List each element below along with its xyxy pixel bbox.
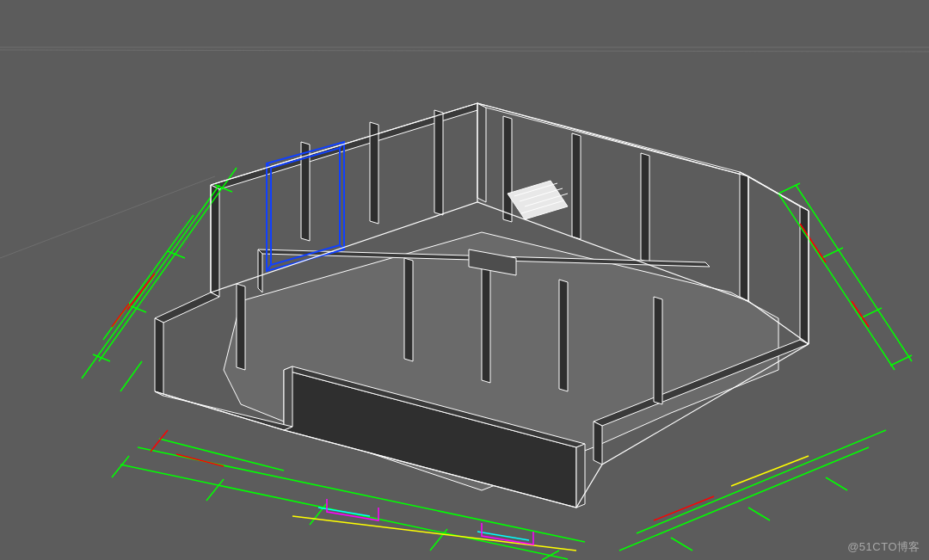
svg-marker-23 [503, 116, 512, 222]
svg-marker-17 [155, 292, 219, 323]
svg-marker-32 [237, 284, 245, 370]
svg-marker-28 [404, 258, 413, 361]
svg-line-1 [0, 50, 929, 52]
svg-marker-34 [508, 181, 568, 219]
scene-svg: .edge{stroke:#ffffff;stroke-width:1.2;fi… [0, 0, 929, 560]
svg-marker-29 [482, 267, 490, 383]
svg-line-68 [619, 447, 869, 551]
svg-marker-30 [559, 280, 568, 391]
svg-line-58 [112, 456, 129, 477]
svg-line-2 [0, 176, 215, 258]
svg-line-72 [671, 538, 692, 551]
stair-object [508, 181, 568, 219]
svg-marker-31 [654, 297, 662, 404]
svg-line-53 [127, 274, 155, 310]
svg-line-79 [860, 308, 882, 318]
watermark-text: @51CTO博客 [847, 539, 920, 555]
svg-line-59 [206, 479, 224, 501]
ground-grid [0, 47, 929, 258]
svg-line-69 [637, 430, 886, 533]
svg-marker-27 [258, 249, 262, 292]
svg-line-77 [778, 183, 800, 194]
svg-marker-22 [434, 110, 443, 215]
svg-line-47 [120, 361, 142, 391]
svg-marker-4 [211, 103, 486, 189]
svg-line-80 [890, 355, 912, 366]
svg-line-62 [542, 551, 559, 560]
svg-marker-25 [641, 153, 649, 262]
svg-line-82 [852, 301, 869, 327]
svg-marker-15 [576, 444, 585, 508]
svg-marker-24 [572, 133, 581, 239]
svg-line-63 [176, 454, 224, 466]
svg-marker-18 [155, 318, 163, 396]
svg-line-46 [82, 185, 219, 378]
svg-line-76 [796, 185, 912, 361]
svg-marker-8 [740, 172, 748, 301]
cad-3d-viewport[interactable]: .edge{stroke:#ffffff;stroke-width:1.2;fi… [0, 0, 929, 560]
svg-marker-21 [370, 122, 378, 224]
svg-marker-6 [477, 103, 486, 202]
svg-marker-12 [594, 422, 602, 465]
svg-marker-16 [284, 366, 292, 430]
svg-line-73 [731, 456, 809, 486]
svg-line-74 [654, 496, 714, 520]
svg-line-71 [748, 508, 770, 520]
svg-line-49 [93, 354, 110, 361]
svg-line-70 [826, 477, 847, 490]
